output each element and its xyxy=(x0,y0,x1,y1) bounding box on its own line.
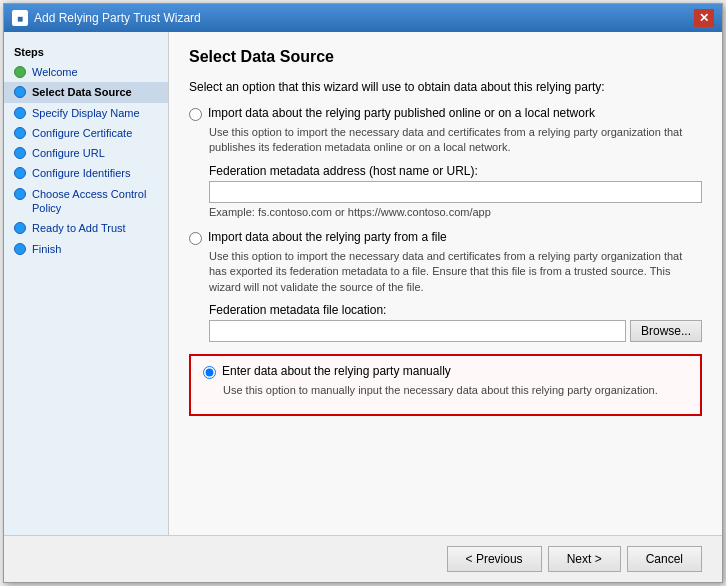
title-bar-left: ■ Add Relying Party Trust Wizard xyxy=(12,10,201,26)
option2-radio-row: Import data about the relying party from… xyxy=(189,230,702,245)
option3-description: Use this option to manually input the ne… xyxy=(223,383,688,398)
sidebar-label-specify-display-name: Specify Display Name xyxy=(32,106,140,120)
dot-configure-url xyxy=(14,147,26,159)
sidebar: Steps Welcome Select Data Source Specify… xyxy=(4,32,169,535)
dot-configure-identifiers xyxy=(14,167,26,179)
sidebar-item-choose-access-control[interactable]: Choose Access Control Policy xyxy=(4,184,168,219)
browse-button[interactable]: Browse... xyxy=(630,320,702,342)
option1-description: Use this option to import the necessary … xyxy=(209,125,702,156)
option3-label[interactable]: Enter data about the relying party manua… xyxy=(222,364,451,378)
dot-ready-to-add xyxy=(14,222,26,234)
main-content: Select Data Source Select an option that… xyxy=(169,32,722,535)
federation-metadata-file-input[interactable] xyxy=(209,320,626,342)
dot-finish xyxy=(14,243,26,255)
option1-field-label: Federation metadata address (host name o… xyxy=(209,164,702,178)
sidebar-label-ready-to-add: Ready to Add Trust xyxy=(32,221,126,235)
option1-label[interactable]: Import data about the relying party publ… xyxy=(208,106,595,120)
dot-welcome xyxy=(14,66,26,78)
federation-metadata-address-input[interactable] xyxy=(209,181,702,203)
option2-section: Import data about the relying party from… xyxy=(189,230,702,342)
sidebar-label-choose-access-control: Choose Access Control Policy xyxy=(32,187,158,216)
sidebar-item-configure-identifiers[interactable]: Configure Identifiers xyxy=(4,163,168,183)
wizard-icon: ■ xyxy=(12,10,28,26)
sidebar-item-specify-display-name[interactable]: Specify Display Name xyxy=(4,103,168,123)
window-title: Add Relying Party Trust Wizard xyxy=(34,11,201,25)
sidebar-label-finish: Finish xyxy=(32,242,61,256)
dot-select-data-source xyxy=(14,86,26,98)
wizard-window: ■ Add Relying Party Trust Wizard ✕ Steps… xyxy=(3,3,723,583)
option2-description: Use this option to import the necessary … xyxy=(209,249,702,295)
sidebar-label-configure-identifiers: Configure Identifiers xyxy=(32,166,130,180)
previous-button[interactable]: < Previous xyxy=(447,546,542,572)
option1-section: Import data about the relying party publ… xyxy=(189,106,702,218)
sidebar-label-configure-url: Configure URL xyxy=(32,146,105,160)
file-input-row: Browse... xyxy=(209,320,702,342)
steps-label: Steps xyxy=(4,42,168,62)
title-bar: ■ Add Relying Party Trust Wizard ✕ xyxy=(4,4,722,32)
close-button[interactable]: ✕ xyxy=(694,9,714,27)
option1-radio-row: Import data about the relying party publ… xyxy=(189,106,702,121)
sidebar-item-ready-to-add[interactable]: Ready to Add Trust xyxy=(4,218,168,238)
sidebar-item-configure-url[interactable]: Configure URL xyxy=(4,143,168,163)
sidebar-item-finish[interactable]: Finish xyxy=(4,239,168,259)
dot-specify-display-name xyxy=(14,107,26,119)
option1-example: Example: fs.contoso.com or https://www.c… xyxy=(209,206,702,218)
option3-radio[interactable] xyxy=(203,366,216,379)
option1-radio[interactable] xyxy=(189,108,202,121)
sidebar-item-welcome[interactable]: Welcome xyxy=(4,62,168,82)
option2-radio[interactable] xyxy=(189,232,202,245)
footer: < Previous Next > Cancel xyxy=(4,535,722,582)
window-main: Steps Welcome Select Data Source Specify… xyxy=(4,32,722,582)
main-title: Select Data Source xyxy=(189,48,702,66)
sidebar-label-select-data-source: Select Data Source xyxy=(32,85,132,99)
option3-section: Enter data about the relying party manua… xyxy=(189,354,702,416)
option3-radio-row: Enter data about the relying party manua… xyxy=(203,364,688,379)
dot-configure-certificate xyxy=(14,127,26,139)
sidebar-label-welcome: Welcome xyxy=(32,65,78,79)
dot-choose-access-control xyxy=(14,188,26,200)
cancel-button[interactable]: Cancel xyxy=(627,546,702,572)
option2-field-label: Federation metadata file location: xyxy=(209,303,702,317)
instruction-text: Select an option that this wizard will u… xyxy=(189,80,702,94)
sidebar-item-configure-certificate[interactable]: Configure Certificate xyxy=(4,123,168,143)
next-button[interactable]: Next > xyxy=(548,546,621,572)
sidebar-item-select-data-source[interactable]: Select Data Source xyxy=(4,82,168,102)
sidebar-label-configure-certificate: Configure Certificate xyxy=(32,126,132,140)
content-area: Steps Welcome Select Data Source Specify… xyxy=(4,32,722,535)
option2-label[interactable]: Import data about the relying party from… xyxy=(208,230,447,244)
